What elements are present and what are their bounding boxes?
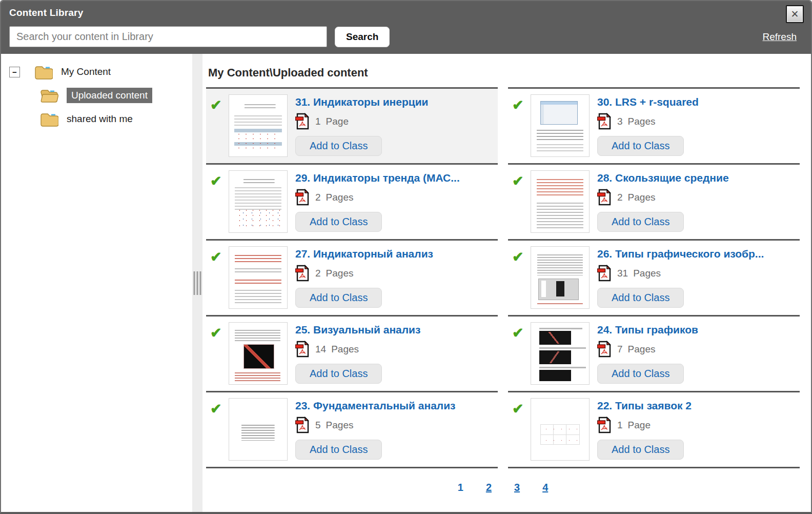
tree-item-label: shared with me	[67, 113, 133, 125]
content-item[interactable]: ✔ 22. Типы заявок 2 1Pag	[508, 392, 800, 468]
item-title[interactable]: 24. Типы графиков	[597, 324, 798, 336]
dialog-title: Content Library	[9, 5, 83, 18]
tree-item-shared-with-me[interactable]: shared with me	[1, 107, 192, 131]
item-title[interactable]: 23. Фундаментальный анализ	[295, 400, 496, 412]
item-title[interactable]: 28. Скользящие средние	[597, 172, 798, 184]
page-count: 1Page	[617, 420, 651, 431]
page-link-4[interactable]: 4	[542, 482, 548, 493]
check-icon: ✔	[512, 246, 531, 309]
content-item[interactable]: ✔ 28. Скользящие средние	[508, 165, 800, 241]
close-icon: ✕	[791, 9, 799, 19]
pdf-icon	[597, 113, 611, 130]
minus-icon: −	[12, 68, 17, 76]
page-count: 5Pages	[315, 420, 353, 431]
page-count: 3Pages	[617, 116, 655, 127]
tree-item-my-content[interactable]: − My Content	[1, 60, 192, 84]
item-thumbnail[interactable]	[531, 170, 590, 233]
page-count: 1Page	[315, 116, 349, 127]
page-link-2[interactable]: 2	[486, 482, 492, 493]
content-item[interactable]: ✔ 23. Фундаментальный анализ	[206, 392, 498, 468]
splitter-grip-icon	[194, 271, 201, 295]
item-thumbnail[interactable]	[229, 246, 288, 309]
content-grid: ✔ 31. Индикаторы инерции	[206, 87, 800, 468]
add-to-class-button[interactable]: Add to Class	[295, 288, 382, 308]
check-icon: ✔	[210, 170, 229, 233]
page-count: 2Pages	[617, 192, 655, 203]
item-title[interactable]: 22. Типы заявок 2	[597, 400, 798, 412]
add-to-class-button[interactable]: Add to Class	[597, 364, 684, 384]
pdf-icon	[295, 341, 309, 358]
item-title[interactable]: 30. LRS + r-squared	[597, 96, 798, 108]
add-to-class-button[interactable]: Add to Class	[295, 364, 382, 384]
page-count: 14Pages	[315, 344, 359, 355]
add-to-class-button[interactable]: Add to Class	[597, 288, 684, 308]
add-to-class-button[interactable]: Add to Class	[295, 212, 382, 232]
page-count: 7Pages	[617, 344, 655, 355]
check-icon: ✔	[210, 246, 229, 309]
folder-icon	[34, 64, 53, 80]
add-to-class-button[interactable]: Add to Class	[597, 212, 684, 232]
check-icon: ✔	[512, 322, 531, 385]
item-title[interactable]: 29. Индикаторы тренда (МАС...	[295, 172, 496, 184]
pdf-icon	[597, 341, 611, 358]
item-thumbnail[interactable]	[229, 322, 288, 385]
item-title[interactable]: 31. Индикаторы инерции	[295, 96, 496, 108]
content-item[interactable]: ✔ 24. Типы графиков 7Pag	[508, 317, 800, 392]
search-button[interactable]: Search	[335, 27, 390, 47]
folder-icon	[40, 111, 58, 127]
pdf-icon	[295, 265, 309, 282]
content-item[interactable]: ✔ 31. Индикаторы инерции	[206, 87, 498, 165]
pdf-icon	[597, 265, 611, 282]
folder-tree: − My Content Uploaded content	[1, 54, 192, 512]
pagination: 1 2 3 4	[206, 468, 800, 508]
check-icon: ✔	[512, 94, 531, 157]
pdf-icon	[295, 113, 309, 130]
item-thumbnail[interactable]	[229, 94, 288, 157]
dialog-body: − My Content Uploaded content	[1, 54, 811, 512]
pdf-icon	[597, 189, 611, 206]
item-thumbnail[interactable]	[229, 170, 288, 233]
content-item[interactable]: ✔ 30. LRS + r-squared 3P	[508, 87, 800, 165]
page-count: 2Pages	[315, 192, 353, 203]
item-thumbnail[interactable]	[531, 398, 590, 461]
page-count: 2Pages	[315, 268, 353, 279]
content-item[interactable]: ✔ 25. Визуальный анализ	[206, 317, 498, 392]
refresh-link[interactable]: Refresh	[762, 31, 804, 43]
item-thumbnail[interactable]	[229, 398, 288, 461]
close-button[interactable]: ✕	[786, 5, 804, 23]
item-thumbnail[interactable]	[531, 246, 590, 309]
tree-item-label: Uploaded content	[67, 88, 152, 103]
check-icon: ✔	[512, 398, 531, 461]
dialog-titlebar: Content Library ✕ Search Refresh	[1, 1, 811, 54]
page-link-1[interactable]: 1	[458, 482, 463, 493]
content-item[interactable]: ✔ 27. Индикаторный анализ	[206, 241, 498, 317]
search-input[interactable]	[9, 26, 327, 47]
page-link-3[interactable]: 3	[514, 482, 520, 493]
item-title[interactable]: 26. Типы графического изобр...	[597, 248, 798, 260]
item-title[interactable]: 27. Индикаторный анализ	[295, 248, 496, 260]
add-to-class-button[interactable]: Add to Class	[295, 440, 382, 460]
tree-item-uploaded-content[interactable]: Uploaded content	[1, 84, 192, 107]
content-library-dialog: Content Library ✕ Search Refresh − My Co	[0, 0, 812, 514]
content-item[interactable]: ✔ 26. Типы графического изобр...	[508, 241, 800, 317]
check-icon: ✔	[210, 322, 229, 385]
pdf-icon	[295, 417, 309, 433]
item-thumbnail[interactable]	[531, 322, 590, 385]
content-item[interactable]: ✔ 29. Индикаторы тренда (МАС...	[206, 165, 498, 241]
folder-open-icon	[40, 88, 58, 103]
pdf-icon	[295, 189, 309, 206]
check-icon: ✔	[210, 94, 229, 157]
item-title[interactable]: 25. Визуальный анализ	[295, 324, 496, 336]
item-thumbnail[interactable]	[531, 94, 590, 157]
breadcrumb: My Content\Uploaded content	[208, 66, 800, 80]
check-icon: ✔	[210, 398, 229, 461]
tree-item-label: My Content	[61, 66, 111, 77]
add-to-class-button[interactable]: Add to Class	[597, 440, 684, 460]
collapse-toggle[interactable]: −	[9, 67, 20, 77]
check-icon: ✔	[512, 170, 531, 233]
pdf-icon	[597, 417, 611, 433]
add-to-class-button[interactable]: Add to Class	[295, 136, 382, 156]
page-count: 31Pages	[617, 268, 661, 279]
add-to-class-button[interactable]: Add to Class	[597, 136, 684, 156]
pane-splitter[interactable]	[192, 54, 202, 512]
